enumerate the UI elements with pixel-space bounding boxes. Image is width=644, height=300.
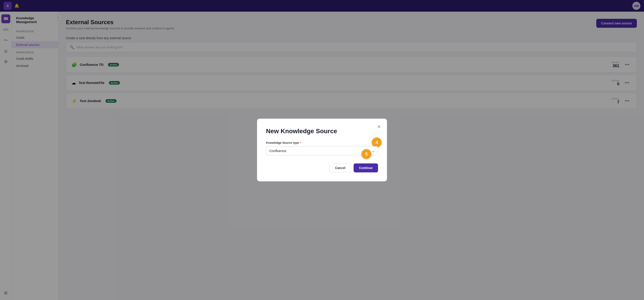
modal-body: 4 Knowledge Source type * Confluence ✕ ⌄… <box>266 141 378 172</box>
source-type-select[interactable]: Confluence ✕ ⌄ <box>266 146 378 155</box>
continue-button[interactable]: Continue <box>354 163 378 172</box>
select-value: Confluence <box>269 149 367 153</box>
step-5-badge: 5 <box>362 149 371 159</box>
field-label-source-type: Knowledge Source type * <box>266 141 378 144</box>
knowledge-source-type-field: 4 Knowledge Source type * Confluence ✕ ⌄ <box>266 141 378 155</box>
modal-close-button[interactable]: ✕ <box>375 123 382 130</box>
new-knowledge-source-modal: ✕ New Knowledge Source 4 Knowledge Sourc… <box>257 119 387 181</box>
step-4-badge: 4 <box>372 137 382 147</box>
modal-footer: 5 Cancel Continue <box>266 163 378 172</box>
cancel-button[interactable]: Cancel <box>330 163 351 172</box>
modal-overlay: ✕ New Knowledge Source 4 Knowledge Sourc… <box>0 0 644 300</box>
chevron-down-icon: ⌄ <box>372 149 375 153</box>
modal-title: New Knowledge Source <box>266 128 378 135</box>
required-indicator: * <box>300 141 301 144</box>
